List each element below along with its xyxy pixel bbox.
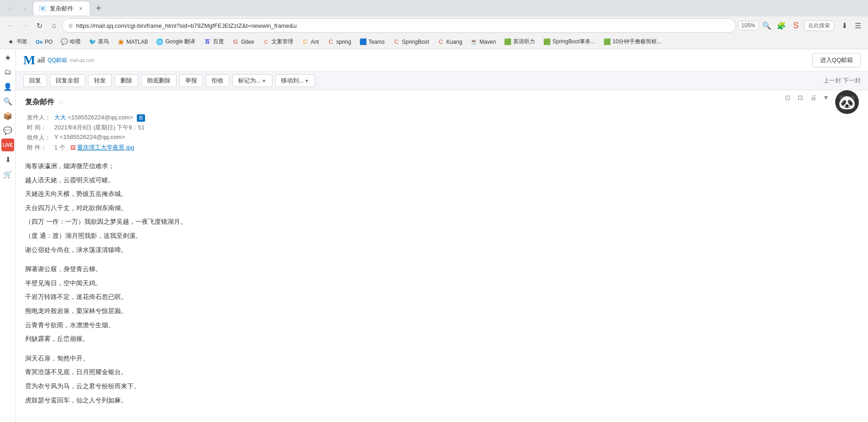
refresh-btn[interactable]: ↻ (33, 19, 46, 32)
bookmark-teams[interactable]: 🟦 Teams (356, 36, 388, 48)
content-line: 列缺霹雾，丘峦崩摧。 (25, 333, 859, 345)
content-line: 洞天石扉，訇然中开。 (25, 352, 859, 365)
attachment-link[interactable]: 重庆理工大学夜景.jpg (77, 144, 134, 151)
bookmark-label: Kuang (447, 39, 463, 45)
bookmark-ant-icon: C (301, 38, 309, 46)
bookmark-label: PO (45, 39, 52, 45)
reply-all-btn[interactable]: 回复全部 (50, 74, 85, 87)
print-btn[interactable]: 🖨 (808, 92, 819, 103)
view-mode-btn2[interactable]: ⊡ (795, 92, 806, 103)
bookmark-caoniao-icon: 🐦 (89, 38, 96, 46)
content-line: 千岩万转路不定，迷花倚石忽已暝。 (25, 291, 859, 303)
bookmark-english[interactable]: 🟩 英语听力 (500, 36, 539, 48)
tab-close-btn[interactable]: × (77, 5, 84, 12)
address-input[interactable] (76, 22, 730, 29)
bookmark-label: 百度 (213, 38, 224, 46)
sidebar-cart-btn[interactable]: 🛒 (1, 168, 14, 180)
bookmark-label: 书签 (16, 38, 27, 46)
bookmark-google[interactable]: 🌐 Google 翻译 (152, 36, 199, 48)
bookmark-kuang[interactable]: C Kuang (434, 36, 466, 48)
bookmark-spring[interactable]: C spring (323, 36, 355, 48)
view-mode-btn[interactable]: ⊡ (782, 92, 793, 103)
content-line: 青冥浩荡不见底，日月照耀金银台。 (25, 366, 859, 378)
bookmark-english-icon: 🟩 (504, 38, 511, 46)
content-line: 虎鼓瑟兮鸾回车，仙之人兮列如麻。 (25, 394, 859, 407)
menu-btn[interactable]: ☰ (852, 19, 864, 32)
bookmark-label: spring (336, 39, 351, 45)
search-icon-btn[interactable]: 🔍 (760, 19, 773, 32)
new-tab-btn[interactable]: + (92, 2, 105, 15)
sidebar-chat-btn[interactable]: 💬 (1, 124, 14, 137)
bookmark-kuang-icon: C (437, 38, 445, 46)
sidebar-search-btn[interactable]: 🔍 (1, 95, 14, 108)
from-value: 大大 <1585526224@qq.com> 图 (52, 113, 147, 123)
bookmark-wenku[interactable]: C 文案管理 (259, 36, 297, 48)
enter-qq-mail-btn[interactable]: 进入QQ邮箱 (812, 53, 861, 67)
bookmark-maven-icon: ☕ (470, 38, 478, 46)
bookmark-ant[interactable]: C Ant (298, 36, 322, 48)
sidebar-collections-btn[interactable]: 🗂 (1, 66, 14, 78)
content-line: 熊咆龙吟殷岩泉，栗深林兮惊层巅。 (25, 305, 859, 317)
delete-permanently-btn[interactable]: 彻底删除 (141, 74, 177, 87)
bookmark-10min[interactable]: 🟩 10分钟手撸极简框... (600, 36, 665, 48)
profile-btn[interactable]: S (790, 19, 802, 32)
bookmark-hushuo[interactable]: 💬 哈喽 (57, 36, 84, 48)
bookmark-hushuo-icon: 💬 (61, 38, 68, 46)
bookmark-label: 10分钟手撸极简框... (613, 38, 661, 46)
content-line: 天姥连天向天横，势拔五岳掩赤城。 (25, 188, 859, 200)
attach-count: 1 个 (54, 144, 65, 151)
move-to-arrow: ▼ (305, 78, 309, 83)
more-btn[interactable]: ▼ (821, 92, 832, 103)
back-btn[interactable]: ← (4, 19, 16, 32)
content-blank (25, 347, 859, 352)
move-to-btn[interactable]: 移动到... ▼ (275, 74, 315, 87)
forward-btn[interactable]: 转发 (88, 74, 112, 87)
content-line: 越人语天姥，云霞明灭或可睹。 (25, 174, 859, 186)
bookmark-baidu[interactable]: 百 百度 (200, 36, 228, 48)
download-btn[interactable]: ⬇ (838, 19, 851, 32)
bookmark-label: 菜鸟 (98, 38, 109, 46)
sidebar-bookmarks-btn[interactable]: ★ (1, 51, 14, 64)
tab-back-btn[interactable]: ‹ (4, 2, 16, 15)
tab-forward-btn[interactable]: › (18, 2, 31, 15)
delete-btn[interactable]: 删除 (114, 74, 138, 87)
from-icon-btn[interactable]: 图 (137, 114, 145, 122)
email-body: 复杂邮件 ☆ 🐼 ⊡ ⊡ 🖨 ▼ 发件人： (16, 90, 868, 422)
home-btn[interactable]: ⌂ (47, 19, 60, 32)
sender-name[interactable]: 大大 (54, 114, 66, 121)
bookmark-springboot-icon: C (393, 38, 400, 46)
reply-btn[interactable]: 回复 (23, 74, 47, 87)
bookmark-springboot[interactable]: C SpringBoot (389, 36, 432, 48)
bookmark-label: Ant (311, 39, 319, 45)
star-icon: ☆ (68, 22, 73, 29)
forward-btn[interactable]: → (18, 19, 31, 32)
sidebar-download-btn[interactable]: ⬇ (1, 153, 14, 166)
avatar: 🐼 (835, 90, 859, 114)
bookmark-springboot2[interactable]: 🟩 SpringBoot事务... (540, 36, 598, 48)
bookmark-label: SpringBoot事务... (552, 38, 595, 46)
bookmark-label: Maven (479, 39, 496, 45)
report-btn[interactable]: 举报 (179, 74, 203, 87)
email-header-tools: ⊡ ⊡ 🖨 ▼ (782, 92, 832, 103)
search-box-label: 在此搜索 (804, 21, 834, 31)
sidebar-profile-btn[interactable]: 👤 (1, 80, 14, 93)
bookmark-matlab-icon: ▣ (117, 38, 125, 46)
bookmark-caoniao[interactable]: 🐦 菜鸟 (85, 36, 113, 48)
bookmark-po[interactable]: On PO (32, 36, 56, 48)
bookmark-gitee[interactable]: G Gitee (229, 36, 258, 48)
bookmark-label: 文案管理 (271, 38, 293, 46)
bookmark-maven[interactable]: ☕ Maven (467, 36, 499, 48)
sidebar-shopping-btn[interactable]: 📦 (1, 109, 14, 122)
bookmark-shujian[interactable]: ★ 书签 (4, 36, 31, 48)
bookmark-matlab[interactable]: ▣ MATLAB (114, 36, 151, 48)
mark-as-arrow: ▼ (262, 78, 266, 83)
sidebar-live-btn[interactable]: LIVE (1, 139, 14, 151)
extensions-btn[interactable]: 🧩 (775, 19, 788, 32)
from-label: 发件人： (25, 113, 52, 123)
reject-btn[interactable]: 拒收 (206, 74, 229, 87)
active-tab[interactable]: 📧 复杂邮件 × (33, 1, 90, 15)
email-star-btn[interactable]: ☆ (58, 98, 64, 107)
toolbar-left: 回复 回复全部 转发 删除 彻底删除 举报 拒收 标记为... ▼ 移动到...… (23, 74, 315, 87)
mark-as-btn[interactable]: 标记为... ▼ (232, 74, 272, 87)
bookmark-gitee-icon: G (232, 38, 239, 46)
